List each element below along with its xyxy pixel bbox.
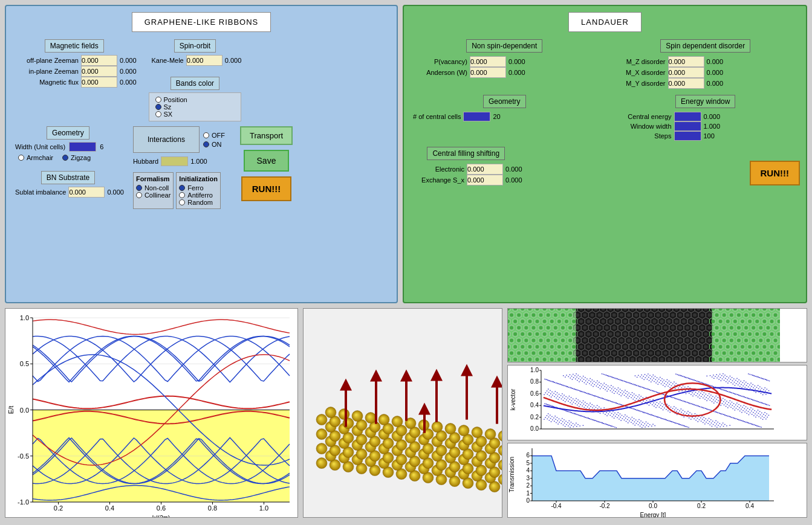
- kane-mele-label: Kane-Mele: [152, 57, 184, 64]
- in-plane-value: 0.000: [120, 68, 137, 75]
- kvector-plot: [507, 365, 807, 440]
- antiferro-radio[interactable]: [179, 192, 185, 198]
- right-panel: LANDAUER Non spin-dependent P(vacancy) 0…: [403, 5, 807, 303]
- random-radio[interactable]: [179, 199, 185, 205]
- magnetic-fields-label: Magnetic fields: [45, 39, 104, 53]
- off-plane-input[interactable]: [81, 55, 117, 66]
- sz-radio-item[interactable]: Sz: [155, 103, 235, 111]
- ferro-item[interactable]: Ferro: [179, 184, 218, 192]
- central-cells-row: # of central cells 20: [413, 112, 599, 121]
- mx-label: M_X disorder: [614, 69, 666, 76]
- spin-orbit-section: Spin-orbit Kane-Mele 0.000: [149, 39, 242, 66]
- noncoll-radio[interactable]: [136, 185, 142, 191]
- bn-substrate-section: BN Substrate Sublat imbalance 0.000: [12, 171, 124, 198]
- on-radio[interactable]: [203, 141, 209, 147]
- steps-slider[interactable]: [674, 131, 701, 141]
- top-row: GRAPHENE-LIKE RIBBONS Magnetic fields of…: [0, 0, 812, 308]
- exchange-row: Exchange S_x 0.000: [413, 175, 522, 185]
- on-label: ON: [212, 141, 222, 148]
- random-item[interactable]: Random: [179, 199, 218, 206]
- energy-window-section: Energy window Central energy 0.000 Windo…: [611, 95, 801, 141]
- in-plane-input[interactable]: [81, 66, 117, 77]
- sublat-value: 0.000: [107, 188, 124, 196]
- my-value: 0.000: [707, 80, 724, 87]
- mag-flux-label: Magnetic flux: [15, 79, 79, 86]
- initialization-box: Initialization Ferro Antiferro: [176, 172, 221, 209]
- mag-flux-row: Magnetic flux 0.000: [15, 77, 137, 88]
- off-radio[interactable]: [203, 132, 209, 138]
- electronic-label: Electronic: [413, 166, 464, 173]
- armchair-item[interactable]: Armchair: [18, 154, 53, 161]
- mx-input[interactable]: [668, 67, 704, 78]
- random-label: Random: [187, 199, 213, 206]
- my-input[interactable]: [668, 78, 704, 89]
- central-energy-slider[interactable]: [674, 112, 701, 121]
- steps-row: Steps 100: [614, 131, 801, 141]
- position-radio[interactable]: [155, 97, 161, 103]
- central-cells-slider[interactable]: [463, 112, 490, 121]
- on-radio-item[interactable]: ON: [203, 141, 225, 148]
- width-slider[interactable]: [69, 142, 96, 152]
- zigzag-radio[interactable]: [62, 155, 68, 161]
- non-spin-label: Non spin-dependent: [466, 39, 542, 53]
- kane-mele-input[interactable]: [186, 55, 222, 66]
- band-plot-container: [5, 308, 298, 518]
- sz-label: Sz: [164, 103, 172, 111]
- exchange-input[interactable]: [467, 175, 503, 185]
- window-width-label: Window width: [614, 123, 672, 130]
- save-button[interactable]: Save: [244, 150, 290, 172]
- geometry-label: Geometry: [47, 126, 89, 140]
- window-width-slider[interactable]: [674, 121, 701, 131]
- electronic-input[interactable]: [467, 164, 503, 175]
- right-middle-row: Geometry # of central cells 20 Energy wi…: [410, 95, 800, 141]
- central-cells-value: 20: [493, 113, 500, 120]
- steps-value: 100: [704, 132, 715, 140]
- anderson-input[interactable]: [470, 67, 506, 78]
- transport-button[interactable]: Transport: [240, 126, 293, 145]
- formalism-init-row: Formalism Non-coll Collinear Initi: [133, 172, 225, 209]
- collinear-item[interactable]: Collinear: [136, 192, 171, 199]
- noncoll-label: Non-coll: [145, 184, 169, 192]
- position-radio-item[interactable]: Position: [155, 96, 235, 103]
- zigzag-item[interactable]: Zigzag: [62, 154, 91, 161]
- left-run-button[interactable]: RUN!!!: [241, 176, 291, 201]
- sx-radio[interactable]: [155, 111, 161, 117]
- hubbard-slider[interactable]: [161, 156, 188, 166]
- in-plane-row: in-plane Zeeman 0.000: [15, 66, 137, 77]
- hubbard-value: 1.000: [190, 158, 207, 165]
- window-width-value: 1.000: [704, 123, 721, 130]
- sx-radio-item[interactable]: SX: [155, 111, 235, 118]
- exchange-label: Exchange S_x: [413, 176, 464, 184]
- mz-input[interactable]: [668, 56, 704, 67]
- right-panel-title: LANDAUER: [568, 12, 641, 32]
- pvacancy-label: P(vacancy): [413, 58, 467, 65]
- middle-plot: [304, 309, 502, 518]
- bottom-row: [0, 308, 812, 523]
- sublat-row: Sublat imbalance 0.000: [15, 187, 124, 198]
- formalism-title: Formalism: [136, 175, 171, 182]
- off-radio-item[interactable]: OFF: [203, 132, 225, 139]
- anderson-value: 0.000: [508, 69, 525, 76]
- spin-disorder-label: Spin dependent disorder: [660, 39, 750, 53]
- mag-flux-input[interactable]: [81, 77, 117, 88]
- pvacancy-input[interactable]: [470, 56, 506, 67]
- antiferro-item[interactable]: Antiferro: [179, 192, 218, 199]
- exchange-value: 0.000: [505, 176, 522, 184]
- width-label: Width (Unit cells): [15, 143, 65, 150]
- anderson-row: Anderson (W) 0.000: [413, 67, 599, 78]
- band-plot: [5, 309, 298, 518]
- sz-radio[interactable]: [155, 104, 161, 110]
- sx-label: SX: [164, 111, 173, 118]
- noncoll-item[interactable]: Non-coll: [136, 184, 171, 192]
- pvacancy-value: 0.000: [508, 58, 525, 65]
- bands-color-label: Bands color: [171, 77, 219, 90]
- off-plane-row: off-plane Zeeman 0.000: [15, 55, 137, 66]
- ferro-radio[interactable]: [179, 185, 185, 191]
- collinear-radio[interactable]: [136, 192, 142, 198]
- collinear-label: Collinear: [145, 192, 171, 199]
- armchair-radio[interactable]: [18, 155, 24, 161]
- middle-col: Interactions OFF ON: [133, 126, 225, 209]
- right-sections: Spin-orbit Kane-Mele 0.000 Bands color: [149, 39, 242, 121]
- sublat-input[interactable]: [68, 187, 105, 198]
- right-run-button[interactable]: RUN!!!: [750, 161, 800, 185]
